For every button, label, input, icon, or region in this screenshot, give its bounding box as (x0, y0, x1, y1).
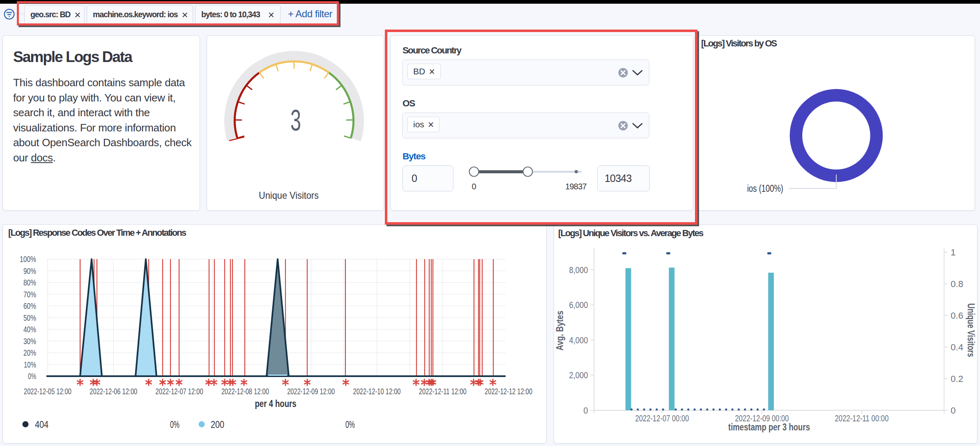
svg-text:2,000: 2,000 (569, 370, 588, 380)
svg-text:0.2: 0.2 (951, 374, 964, 384)
svg-text:2022-12-10 12:00: 2022-12-10 12:00 (353, 386, 401, 396)
svg-text:80%: 80% (23, 278, 36, 287)
svg-text:50%: 50% (23, 313, 36, 322)
svg-text:2022-12-12 12:00: 2022-12-12 12:00 (485, 386, 532, 396)
svg-text:Unique Visitors: Unique Visitors (259, 190, 319, 201)
svg-text:timestamp per 3 hours: timestamp per 3 hours (728, 422, 810, 432)
svg-text:0%: 0% (28, 371, 36, 381)
svg-text:6,000: 6,000 (569, 300, 588, 310)
svg-text:1: 1 (951, 247, 956, 257)
svg-text:Unique Visitors: Unique Visitors (966, 303, 976, 357)
svg-text:0%: 0% (170, 419, 179, 430)
svg-text:per 4 hours: per 4 hours (255, 398, 297, 409)
svg-text:10%: 10% (24, 360, 36, 369)
svg-text:2022-12-07 00:00: 2022-12-07 00:00 (635, 413, 689, 423)
svg-text:0%: 0% (345, 419, 355, 430)
svg-text:20%: 20% (23, 348, 36, 357)
svg-text:0.4: 0.4 (951, 342, 964, 352)
svg-text:90%: 90% (23, 266, 36, 276)
svg-text:60%: 60% (23, 301, 36, 310)
svg-text:404: 404 (35, 419, 48, 430)
svg-text:ios (100%): ios (100%) (747, 183, 783, 194)
svg-text:2022-12-09 12:00: 2022-12-09 12:00 (287, 386, 335, 396)
svg-text:0.6: 0.6 (951, 310, 964, 321)
svg-text:0.8: 0.8 (951, 279, 964, 289)
svg-text:2022-12-08 12:00: 2022-12-08 12:00 (221, 386, 269, 396)
svg-text:4,000: 4,000 (569, 335, 588, 345)
svg-text:2022-12-11 00:00: 2022-12-11 00:00 (835, 413, 889, 423)
svg-text:2022-12-05 12:00: 2022-12-05 12:00 (24, 386, 71, 396)
svg-text:30%: 30% (23, 336, 36, 346)
svg-text:100%: 100% (20, 254, 36, 264)
svg-text:2022-12-11 12:00: 2022-12-11 12:00 (419, 386, 467, 396)
svg-text:40%: 40% (23, 324, 36, 334)
svg-text:2022-12-06 12:00: 2022-12-06 12:00 (90, 386, 137, 396)
svg-text:0: 0 (584, 405, 588, 416)
svg-text:Avg. Bytes: Avg. Bytes (554, 311, 565, 351)
svg-text:2022-12-07 12:00: 2022-12-07 12:00 (156, 386, 203, 396)
svg-text:200: 200 (211, 419, 224, 430)
svg-text:3: 3 (290, 103, 301, 137)
svg-text:70%: 70% (23, 290, 36, 299)
svg-text:0: 0 (951, 405, 956, 416)
svg-text:8,000: 8,000 (569, 265, 588, 275)
